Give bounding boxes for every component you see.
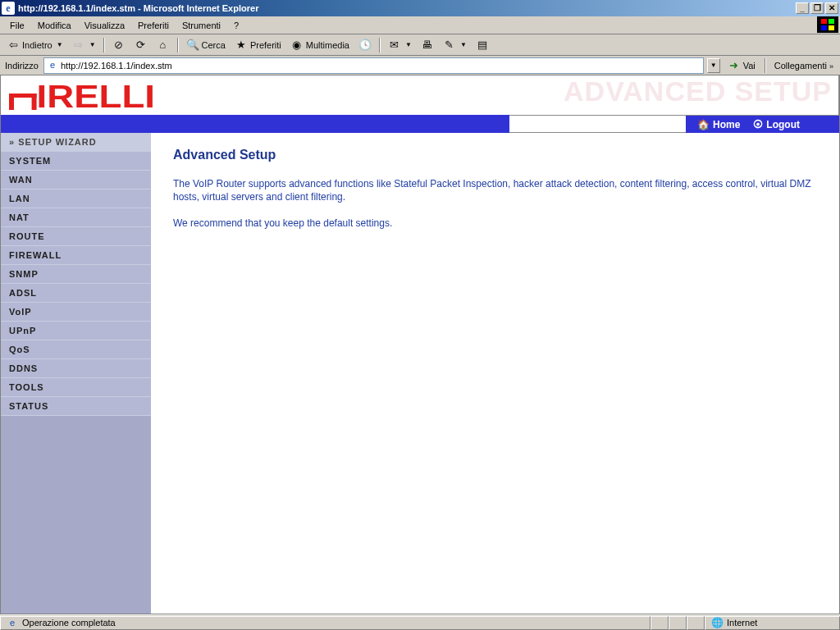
- history-button[interactable]: 🕓: [355, 37, 375, 53]
- sidebar-item-wan[interactable]: WAN: [1, 171, 151, 189]
- search-button[interactable]: 🔍 Cerca: [183, 37, 229, 53]
- home-icon: ⌂: [157, 39, 170, 52]
- sidebar-item-status[interactable]: STATUS: [1, 397, 151, 416]
- menu-tools[interactable]: Strumenti: [176, 19, 227, 32]
- sidebar-item-qos[interactable]: QoS: [1, 340, 151, 359]
- window-titlebar: e http://192.168.1.1/index.stm - Microso…: [0, 0, 840, 16]
- print-icon: 🖶: [421, 39, 434, 52]
- menu-file[interactable]: File: [3, 19, 31, 32]
- address-label: Indirizzo: [3, 61, 40, 71]
- sidebar-item-lan[interactable]: LAN: [1, 189, 151, 208]
- brand-header: IRELLI ADVANCED SETUP: [1, 75, 839, 115]
- sidebar-item-route[interactable]: ROUTE: [1, 227, 151, 246]
- top-bar-gap: [509, 115, 686, 133]
- media-label: Multimedia: [306, 40, 349, 50]
- media-button[interactable]: ◉ Multimedia: [287, 37, 353, 53]
- sidebar-item-tools[interactable]: TOOLS: [1, 378, 151, 397]
- sidebar-item-voip[interactable]: VoIP: [1, 303, 151, 322]
- content-row: » SETUP WIZARDSYSTEMWANLANNATROUTEFIREWA…: [1, 133, 839, 614]
- page-icon: e: [46, 59, 59, 72]
- back-menu-arrow-icon[interactable]: ▼: [57, 41, 63, 48]
- back-label: Indietro: [22, 40, 52, 50]
- sidebar-item-adsl[interactable]: ADSL: [1, 284, 151, 303]
- forward-button[interactable]: ⇨ ▼: [69, 37, 99, 53]
- address-field-wrap[interactable]: e: [43, 57, 704, 74]
- nav-home-label: Home: [713, 119, 740, 130]
- menu-edit[interactable]: Modifica: [31, 19, 78, 32]
- window-buttons: _ ❐ ✕: [794, 2, 838, 14]
- search-label: Cerca: [202, 40, 226, 50]
- toolbar-separator: [103, 38, 105, 52]
- print-button[interactable]: 🖶: [418, 37, 437, 53]
- back-button[interactable]: ⇦ Indietro ▼: [3, 37, 66, 53]
- nav-logout-label: Logout: [766, 119, 800, 130]
- forward-menu-arrow-icon[interactable]: ▼: [89, 41, 96, 48]
- sidebar-item-setup-wizard[interactable]: » SETUP WIZARD: [1, 133, 151, 152]
- sidebar-item-ddns[interactable]: DDNS: [1, 359, 151, 378]
- stop-icon: ⊘: [112, 39, 126, 52]
- sidebar-item-firewall[interactable]: FIREWALL: [1, 246, 151, 265]
- page-heading: Advanced Setup: [173, 148, 818, 162]
- status-pane-1: [651, 616, 669, 630]
- menu-bar: File Modifica Visualizza Preferiti Strum…: [0, 16, 840, 34]
- logout-icon: ⦿: [753, 119, 763, 130]
- go-icon: ➜: [728, 59, 741, 72]
- address-dropdown[interactable]: ▼: [707, 58, 720, 73]
- status-pane-2: [669, 616, 687, 630]
- sidebar: » SETUP WIZARDSYSTEMWANLANNATROUTEFIREWA…: [1, 133, 152, 614]
- status-zone-pane: 🌐 Internet: [705, 616, 840, 630]
- chevron-right-icon: »: [829, 62, 833, 71]
- links-label: Collegamenti: [774, 61, 827, 71]
- nav-logout[interactable]: ⦿ Logout: [753, 119, 800, 130]
- address-input[interactable]: [59, 61, 701, 71]
- standard-toolbar: ⇦ Indietro ▼ ⇨ ▼ ⊘ ⟳ ⌂ 🔍 Cerca ★ Preferi…: [0, 34, 840, 56]
- go-label: Vai: [743, 61, 756, 71]
- status-text: Operazione completata: [22, 618, 116, 628]
- links-button[interactable]: Collegamenti »: [771, 59, 837, 72]
- sidebar-item-system[interactable]: SYSTEM: [1, 152, 151, 171]
- home-nav-icon: 🏠: [697, 119, 710, 130]
- nav-home[interactable]: 🏠 Home: [697, 119, 740, 130]
- refresh-button[interactable]: ⟳: [131, 37, 151, 53]
- edit-menu-arrow-icon[interactable]: ▼: [460, 41, 467, 48]
- mail-menu-arrow-icon[interactable]: ▼: [405, 41, 412, 48]
- ie-app-icon: e: [2, 2, 15, 15]
- back-icon: ⇦: [7, 39, 20, 52]
- sidebar-item-upnp[interactable]: UPnP: [1, 322, 151, 340]
- home-button[interactable]: ⌂: [153, 37, 173, 53]
- intro-text-1: The VoIP Router supports advanced functi…: [173, 177, 818, 203]
- top-bar: 🏠 Home ⦿ Logout: [1, 115, 839, 133]
- toolbar-separator: [177, 38, 179, 52]
- go-button[interactable]: ➜ Vai: [724, 57, 760, 74]
- forward-icon: ⇨: [72, 39, 85, 52]
- main-panel: Advanced Setup The VoIP Router supports …: [152, 133, 839, 614]
- brand-logo: IRELLI: [9, 80, 155, 115]
- discuss-button[interactable]: ▤: [472, 37, 492, 53]
- mail-icon: ✉: [388, 39, 401, 52]
- toolbar-separator: [379, 38, 381, 52]
- menu-help[interactable]: ?: [227, 19, 245, 32]
- status-main-pane: e Operazione completata: [0, 616, 651, 630]
- refresh-icon: ⟳: [135, 39, 148, 52]
- zone-internet-icon: 🌐: [710, 616, 724, 629]
- intro-text-2: We recommend that you keep the default s…: [173, 217, 818, 230]
- address-bar: Indirizzo e ▼ ➜ Vai Collegamenti »: [0, 56, 840, 75]
- stop-button[interactable]: ⊘: [109, 37, 129, 53]
- menu-view[interactable]: Visualizza: [78, 19, 131, 32]
- restore-button[interactable]: ❐: [810, 2, 824, 14]
- toolbar-separator: [765, 58, 766, 73]
- sidebar-item-nat[interactable]: NAT: [1, 208, 151, 227]
- window-title: http://192.168.1.1/index.stm - Microsoft…: [18, 3, 794, 13]
- top-bar-right: 🏠 Home ⦿ Logout: [686, 115, 839, 133]
- search-icon: 🔍: [186, 39, 199, 52]
- menu-favorites[interactable]: Preferiti: [131, 19, 176, 32]
- edit-button[interactable]: ✎ ▼: [440, 37, 470, 53]
- mail-button[interactable]: ✉ ▼: [385, 37, 415, 53]
- close-button[interactable]: ✕: [825, 2, 838, 14]
- history-icon: 🕓: [358, 39, 372, 52]
- minimize-button[interactable]: _: [796, 2, 809, 14]
- page-content: IRELLI ADVANCED SETUP 🏠 Home ⦿ Logout » …: [0, 75, 840, 614]
- favorites-button[interactable]: ★ Preferiti: [231, 37, 285, 53]
- sidebar-item-snmp[interactable]: SNMP: [1, 265, 151, 284]
- status-zone-text: Internet: [727, 618, 757, 628]
